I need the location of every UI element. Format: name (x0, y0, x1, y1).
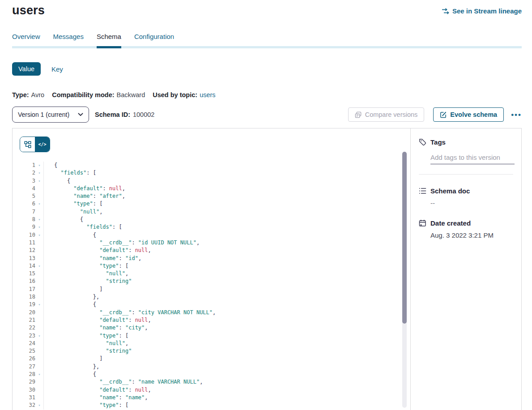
page-header: users See in Stream lineage (12, 0, 522, 17)
fold-arrow-icon[interactable]: ▾ (35, 332, 43, 340)
line-number: 5 (20, 192, 35, 200)
more-options-button[interactable]: ••• (511, 111, 522, 119)
evolve-schema-button[interactable]: Evolve schema (433, 107, 504, 122)
code-line: { (54, 301, 216, 308)
code-line: "name": "id", (54, 255, 216, 262)
line-number: 1 (20, 162, 35, 169)
used-by-topic-label: Used by topic: (153, 91, 197, 98)
fold-arrow-icon[interactable]: ▾ (35, 169, 43, 177)
code-line: "string" (54, 278, 216, 285)
tab-bar: Overview Messages Schema Configuration (12, 33, 522, 48)
fold-arrow-icon[interactable]: ▾ (35, 216, 43, 223)
line-number: 8 (20, 216, 35, 223)
fold-arrow-icon[interactable]: ▾ (35, 231, 43, 239)
line-number: 12 (20, 247, 35, 254)
schema-id-value: 100002 (133, 111, 154, 118)
tab-messages[interactable]: Messages (53, 33, 84, 48)
code-line: "name": "name", (54, 394, 216, 401)
code-line: "__crdb__": "name VARCHAR NULL", (54, 378, 216, 386)
tab-configuration[interactable]: Configuration (134, 33, 174, 48)
code-line: "fields": [ (54, 223, 216, 231)
version-select-value: Version 1 (current) (18, 111, 69, 118)
line-number: 29 (20, 378, 35, 386)
code-line: }, (54, 363, 216, 371)
code-line: "type": [ (54, 332, 216, 340)
tree-diagram-icon (24, 141, 31, 148)
version-select[interactable]: Version 1 (current) (12, 107, 89, 123)
code-line: "type": [ (54, 200, 216, 208)
code-view-button[interactable]: </> (35, 137, 50, 152)
page-title: users (12, 4, 45, 17)
code-line: { (54, 177, 216, 185)
key-toggle-link[interactable]: Key (51, 65, 63, 73)
schema-meta-row: Type: Avro Compatibility mode: Backward … (12, 91, 522, 98)
compatibility-group: Compatibility mode: Backward (52, 91, 145, 98)
compatibility-label: Compatibility mode: (52, 91, 114, 98)
code-line: "null", (54, 340, 216, 347)
value-toggle-button[interactable]: Value (12, 62, 41, 76)
gutter-fold-column: ▾▾▾▾▾▾▾▾▾▾▾▾ (35, 162, 44, 410)
line-number: 22 (20, 324, 35, 332)
compatibility-value: Backward (117, 91, 145, 98)
fold-arrow-icon[interactable]: ▾ (35, 262, 43, 270)
code-line: "fields": [ (54, 169, 216, 177)
tree-view-button[interactable] (20, 137, 35, 152)
date-created-header: Date created (419, 219, 513, 227)
fold-arrow-icon[interactable]: ▾ (35, 162, 43, 169)
editor-scrollbar-thumb[interactable] (402, 152, 407, 324)
line-number: 6 (20, 200, 35, 208)
used-by-topic-group: Used by topic: users (153, 91, 215, 98)
gutter-line-numbers: 1234567891011121314151617181920212223242… (20, 162, 35, 410)
date-created-section: Date created Aug. 3 2022 3:21 PM (419, 219, 513, 239)
code-line: "string" (54, 347, 216, 355)
sidebar-divider (419, 174, 513, 175)
line-number: 28 (20, 371, 35, 378)
line-number: 9 (20, 223, 35, 231)
line-number: 16 (20, 278, 35, 285)
schema-page: users See in Stream lineage Overview Mes… (0, 0, 532, 410)
tags-section-header: Tags (419, 138, 513, 146)
editor-scrollbar-track[interactable] (402, 152, 407, 408)
code-line: "name": "after", (54, 192, 216, 200)
code-line: "__crdb__": "id UUID NOT NULL", (54, 239, 216, 247)
tags-title: Tags (430, 138, 446, 146)
fold-arrow-icon[interactable]: ▾ (35, 200, 43, 208)
line-number: 10 (20, 231, 35, 239)
fold-arrow-icon[interactable]: ▾ (35, 371, 43, 378)
topic-link[interactable]: users (200, 91, 215, 98)
fold-arrow-icon[interactable]: ▾ (35, 177, 43, 185)
line-number: 27 (20, 363, 35, 371)
code-line: "type": [ (54, 262, 216, 270)
date-created-value: Aug. 3 2022 3:21 PM (430, 231, 513, 239)
tab-schema[interactable]: Schema (97, 33, 121, 48)
line-number: 26 (20, 355, 35, 363)
schema-card: </> 123456789101112131415161718192021222… (12, 128, 522, 410)
code-line: "__crdb__": "city VARCHAR NOT NULL", (54, 309, 216, 316)
code-icon: </> (38, 142, 46, 147)
line-number: 23 (20, 332, 35, 340)
tags-input[interactable] (430, 153, 515, 164)
schema-sidebar: Tags Schema doc -- (410, 128, 521, 410)
fold-arrow-icon[interactable]: ▾ (35, 223, 43, 231)
date-created-title: Date created (430, 219, 471, 227)
compare-versions-button[interactable]: Compare versions (348, 107, 425, 122)
line-number: 2 (20, 169, 35, 177)
code-line: "null", (54, 270, 216, 278)
code-line: "name": "city", (54, 324, 216, 332)
type-group: Type: Avro (12, 91, 44, 98)
chevron-down-icon (78, 113, 83, 116)
edit-icon (440, 111, 447, 118)
schema-doc-section: Schema doc -- (419, 187, 513, 207)
code-line: { (54, 231, 216, 239)
code-line: "type": [ (54, 401, 216, 409)
code-line: "default": null, (54, 316, 216, 324)
stream-lineage-link[interactable]: See in Stream lineage (442, 7, 522, 15)
line-number: 15 (20, 270, 35, 278)
fold-arrow-icon[interactable]: ▾ (35, 401, 43, 409)
schema-doc-title: Schema doc (430, 187, 470, 195)
tab-overview[interactable]: Overview (12, 33, 40, 48)
code-line: { (54, 371, 216, 378)
schema-id-label: Schema ID: (95, 111, 130, 118)
compare-versions-label: Compare versions (365, 111, 418, 118)
fold-arrow-icon[interactable]: ▾ (35, 301, 43, 308)
